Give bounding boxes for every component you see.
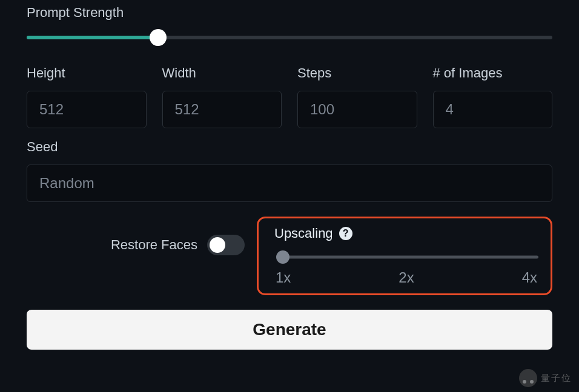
steps-col: Steps — [297, 65, 417, 128]
upscale-tick-2x: 2x — [399, 269, 414, 286]
num-images-label: # of Images — [433, 65, 553, 81]
steps-input[interactable] — [297, 91, 417, 128]
upscale-tick-4x: 4x — [522, 269, 537, 286]
upscale-track — [279, 256, 538, 259]
prompt-strength-slider[interactable] — [27, 30, 552, 45]
upscale-thumb[interactable] — [276, 250, 290, 264]
upscale-ticks: 1x 2x 4x — [274, 269, 538, 286]
watermark-text: 量子位 — [541, 373, 572, 384]
help-icon[interactable]: ? — [339, 227, 352, 240]
prompt-strength-label: Prompt Strength — [27, 5, 552, 21]
height-label: Height — [27, 65, 147, 81]
restore-faces-section: Restore Faces — [27, 217, 245, 255]
upscaling-header: Upscaling ? — [274, 226, 538, 241]
upscaling-slider[interactable] — [274, 251, 538, 263]
seed-label: Seed — [27, 139, 552, 155]
watermark-icon — [519, 369, 537, 387]
options-row: Restore Faces Upscaling ? 1x 2x 4x — [27, 217, 552, 295]
restore-faces-toggle[interactable] — [207, 235, 245, 255]
slider-fill — [27, 36, 158, 39]
num-images-col: # of Images — [433, 65, 553, 128]
slider-thumb[interactable] — [150, 29, 167, 46]
seed-wrapper: Seed — [27, 139, 552, 202]
generate-button[interactable]: Generate — [27, 310, 552, 350]
width-input[interactable] — [162, 91, 282, 128]
restore-faces-label: Restore Faces — [111, 237, 197, 253]
upscaling-label: Upscaling — [274, 226, 333, 241]
upscaling-section: Upscaling ? 1x 2x 4x — [257, 217, 552, 295]
seed-input[interactable] — [27, 165, 552, 202]
num-images-input[interactable] — [433, 91, 553, 128]
height-col: Height — [27, 65, 147, 128]
width-label: Width — [162, 65, 282, 81]
watermark: 量子位 — [519, 369, 572, 387]
params-row: Height Width Steps # of Images — [27, 65, 552, 128]
steps-label: Steps — [297, 65, 417, 81]
height-input[interactable] — [27, 91, 147, 128]
toggle-knob — [210, 237, 225, 253]
upscale-tick-1x: 1x — [276, 269, 291, 286]
width-col: Width — [162, 65, 282, 128]
